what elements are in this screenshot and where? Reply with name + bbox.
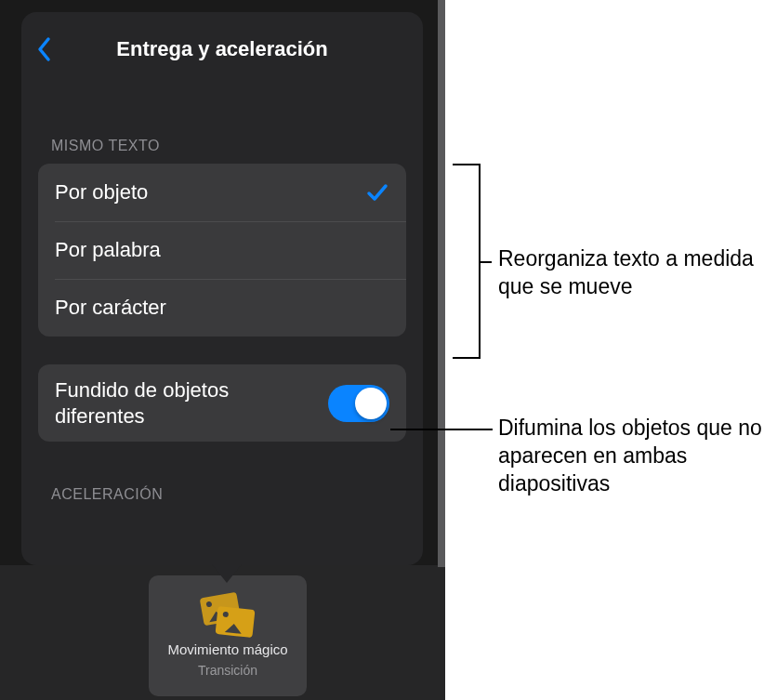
option-by-character[interactable]: Por carácter (38, 279, 406, 337)
delivery-acceleration-popover: Entrega y aceleración MISMO TEXTO Por ob… (21, 12, 423, 565)
popover-title: Entrega y aceleración (116, 37, 327, 61)
checkmark-icon (365, 180, 389, 205)
section-label-same-text: MISMO TEXTO (21, 138, 423, 164)
option-by-object[interactable]: Por objeto (38, 164, 406, 221)
popover-header: Entrega y aceleración (21, 12, 423, 86)
chevron-left-icon (36, 36, 53, 62)
section-label-acceleration: ACELERACIÓN (21, 486, 423, 512)
same-text-options: Por objeto Por palabra Por carácter (38, 164, 406, 337)
callout-fade-objects: Difumina los objetos que no aparecen en … (498, 415, 777, 498)
toggle-knob (355, 388, 387, 419)
bottom-bar: Movimiento mágico Transición (0, 565, 445, 700)
transition-subtitle: Transición (198, 663, 257, 678)
transition-name: Movimiento mágico (167, 641, 287, 657)
app-viewport: Movimiento mágico Transición Entrega y a… (0, 0, 445, 700)
back-button[interactable] (34, 34, 55, 64)
magic-move-icon (200, 595, 256, 636)
fade-unmatched-label: Fundido de objetos diferentes (55, 377, 313, 429)
callout-reorganize-text: Reorganiza texto a medida que se mueve (498, 245, 777, 301)
option-label: Por palabra (55, 238, 161, 262)
option-label: Por carácter (55, 296, 166, 320)
content-dim-edge (438, 0, 445, 567)
fade-unmatched-toggle[interactable] (328, 385, 389, 422)
fade-unmatched-group: Fundido de objetos diferentes (38, 364, 406, 442)
callout-leader-line (481, 261, 492, 263)
option-by-word[interactable]: Por palabra (38, 221, 406, 279)
option-label: Por objeto (55, 180, 148, 205)
callout-leader-line (390, 429, 493, 430)
popover-arrow (212, 564, 242, 583)
transition-thumbnail[interactable]: Movimiento mágico Transición (149, 575, 307, 696)
fade-unmatched-row: Fundido de objetos diferentes (38, 364, 406, 442)
callout-bracket (453, 164, 481, 359)
